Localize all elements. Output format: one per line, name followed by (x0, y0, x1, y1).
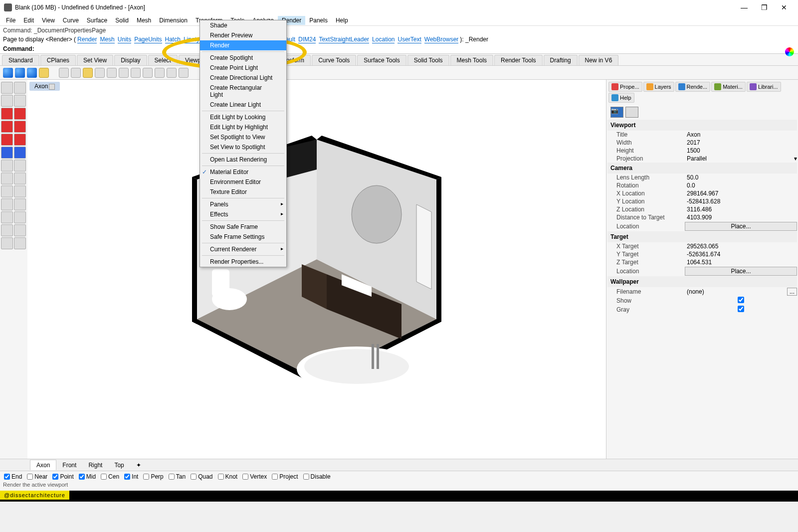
menu-item[interactable]: Render (200, 40, 286, 50)
tool-button[interactable] (1, 134, 13, 146)
osnap-checkbox[interactable] (27, 474, 33, 480)
toolbar-tab[interactable]: CPlanes (40, 55, 76, 65)
toolbar-tab[interactable]: Drafting (544, 55, 578, 65)
cmd-option[interactable]: Location (372, 36, 395, 43)
property-value[interactable]: 1500 (685, 147, 797, 154)
menu-item[interactable]: Environment Editor (200, 177, 286, 187)
menu-item[interactable]: Create Rectangular Light (200, 83, 286, 100)
toolbar-tab[interactable]: Standard (2, 55, 39, 65)
tool-button[interactable] (1, 211, 13, 223)
menu-dimension[interactable]: Dimension (155, 16, 192, 25)
toolbar-tab[interactable]: Solid Tools (407, 55, 449, 65)
cmd-option[interactable]: Hatch (165, 36, 181, 43)
osnap-checkbox[interactable] (218, 474, 224, 480)
cmd-option[interactable]: WebBrowser (424, 36, 458, 43)
command-input[interactable] (36, 45, 669, 52)
viewport-canvas[interactable] (27, 80, 606, 459)
panel-tab[interactable]: Materi... (711, 82, 746, 92)
menu-item[interactable]: Panels (200, 199, 286, 209)
menu-view[interactable]: View (38, 16, 59, 25)
osnap-int[interactable]: Int (124, 473, 138, 480)
viewport-tab[interactable]: Right (82, 460, 108, 470)
toolbar-tab[interactable]: Display (114, 55, 147, 65)
shade-icon[interactable] (3, 68, 13, 78)
tool-button[interactable] (1, 198, 13, 210)
menu-solid[interactable]: Solid (111, 16, 133, 25)
close-button[interactable]: ✕ (774, 0, 794, 14)
osnap-knot[interactable]: Knot (218, 473, 238, 480)
tool-icon[interactable] (107, 68, 117, 78)
menu-item[interactable]: Create Point Light (200, 63, 286, 73)
toolbar-tab[interactable]: Select (148, 55, 178, 65)
menu-item[interactable]: Set Spotlight to View (200, 132, 286, 142)
cmd-option[interactable]: TextStraightLeader (319, 36, 369, 43)
menu-item[interactable]: Material Editor (200, 167, 286, 177)
osnap-checkbox[interactable] (242, 474, 248, 480)
osnap-cen[interactable]: Cen (101, 473, 119, 480)
tool-button[interactable] (14, 173, 26, 184)
menu-curve[interactable]: Curve (59, 16, 83, 25)
tool-icon[interactable] (155, 68, 165, 78)
menu-mesh[interactable]: Mesh (133, 16, 155, 25)
menu-item[interactable]: Open Last Rendering (200, 155, 286, 165)
osnap-project[interactable]: Project (272, 473, 298, 480)
add-viewport-button[interactable]: ✦ (130, 460, 147, 470)
menu-help[interactable]: Help (332, 16, 352, 25)
tool-button[interactable] (1, 108, 13, 120)
toolbar-tab[interactable]: Curve Tools (312, 55, 356, 65)
menu-item[interactable]: Render Properties... (200, 257, 286, 267)
panel-tab[interactable]: Layers (643, 82, 674, 92)
place-button[interactable]: Place... (685, 222, 797, 231)
tool-button[interactable] (14, 224, 26, 236)
menu-item[interactable]: Create Directional Light (200, 73, 286, 83)
tool-icon[interactable] (143, 68, 153, 78)
menu-item[interactable]: Edit Light by Looking (200, 112, 286, 122)
toolbar-tab[interactable]: Mesh Tools (450, 55, 493, 65)
tool-button[interactable] (14, 160, 26, 172)
chevron-down-icon[interactable] (49, 84, 55, 90)
cmd-option[interactable]: DIM24 (298, 36, 316, 43)
viewport[interactable]: Axon (27, 80, 606, 459)
tool-button[interactable] (14, 82, 26, 94)
property-value[interactable]: 2017 (685, 139, 797, 146)
menu-item[interactable]: Create Linear Light (200, 100, 286, 110)
toolbar-tab[interactable]: Render Tools (494, 55, 543, 65)
osnap-checkbox[interactable] (143, 474, 149, 480)
cmd-option[interactable]: UserText (398, 36, 421, 43)
toolbar-tab[interactable]: Surface Tools (357, 55, 406, 65)
viewport-tab[interactable]: Top (108, 460, 130, 470)
tool-button[interactable] (1, 147, 13, 159)
toolbar-tab[interactable]: New in V6 (579, 55, 619, 65)
property-checkbox[interactable] (687, 306, 795, 312)
tool-icon[interactable] (59, 68, 69, 78)
tool-button[interactable] (14, 121, 26, 133)
viewport-label[interactable]: Axon (29, 82, 60, 91)
tool-button[interactable] (14, 185, 26, 197)
property-value[interactable]: 0.0 (685, 182, 797, 189)
tool-button[interactable] (14, 237, 26, 249)
menu-edit[interactable]: Edit (19, 16, 38, 25)
tool-button[interactable] (14, 211, 26, 223)
menu-item[interactable]: Shade (200, 20, 286, 30)
tool-button[interactable] (14, 134, 26, 146)
tool-icon[interactable] (179, 68, 189, 78)
property-checkbox[interactable] (687, 297, 795, 303)
property-value[interactable]: 3116.486 (685, 206, 797, 213)
cmd-option[interactable]: Mesh (100, 36, 114, 43)
shade2-icon[interactable] (15, 68, 25, 78)
property-value[interactable]: Axon (685, 131, 797, 138)
property-value[interactable]: 1064.531 (685, 259, 797, 266)
cmd-option[interactable]: PageUnits (134, 36, 162, 43)
tool-button[interactable] (1, 160, 13, 172)
menu-panels[interactable]: Panels (305, 16, 332, 25)
tool-button[interactable] (14, 198, 26, 210)
menu-surface[interactable]: Surface (83, 16, 111, 25)
property-value[interactable]: 298164.967 (685, 190, 797, 197)
tool-button[interactable] (1, 224, 13, 236)
tool-button[interactable] (14, 147, 26, 159)
camera-mode-icon[interactable]: 📷 (610, 107, 623, 118)
tool-button[interactable] (1, 237, 13, 249)
chevron-down-icon[interactable]: ▾ (794, 155, 797, 162)
place-button[interactable]: Place... (685, 267, 797, 276)
browse-button[interactable]: ... (787, 288, 797, 296)
